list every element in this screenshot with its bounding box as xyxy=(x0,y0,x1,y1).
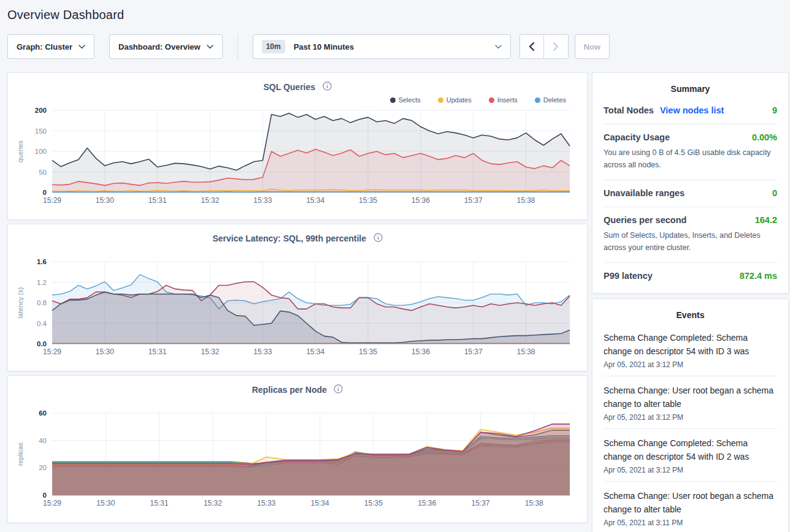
view-nodes-link[interactable]: View nodes list xyxy=(660,105,724,115)
chevron-down-icon xyxy=(495,45,502,49)
legend-item-selects[interactable]: Selects xyxy=(390,96,421,104)
svg-text:15:31: 15:31 xyxy=(148,348,167,356)
svg-text:100: 100 xyxy=(35,148,47,155)
svg-text:15:38: 15:38 xyxy=(525,499,543,507)
svg-text:15:29: 15:29 xyxy=(43,348,61,356)
legend-label: Inserts xyxy=(497,96,518,104)
summary-row: Total NodesView nodes list9 xyxy=(604,97,777,124)
dashboard-dropdown-label: Dashboard: Overview xyxy=(118,42,201,51)
summary-panel: Summary Total NodesView nodes list9Capac… xyxy=(592,72,789,294)
graph-dropdown-label: Graph: Cluster xyxy=(17,42,72,51)
event-text[interactable]: Schema Change: User root began a schema … xyxy=(604,384,777,411)
summary-row-label: Total Nodes xyxy=(604,105,654,115)
page-header: Overview Dashboard xyxy=(0,8,790,22)
event-item: Schema Change: User root began a schema … xyxy=(604,481,777,532)
svg-text:latency (s): latency (s) xyxy=(17,287,24,319)
svg-text:50: 50 xyxy=(39,169,47,176)
event-timestamp: Apr 05, 2021 at 3:12 PM xyxy=(604,360,777,369)
svg-text:0: 0 xyxy=(43,492,47,499)
svg-text:15:38: 15:38 xyxy=(516,348,535,356)
legend-label: Selects xyxy=(399,96,421,104)
dashboard-content: SQL Queries SelectsUpdatesInsertsDeletes… xyxy=(7,72,790,532)
time-range-picker[interactable]: 10m Past 10 Minutes xyxy=(253,34,511,59)
chart-title: Replicas per Node xyxy=(252,385,327,395)
replicas-per-node-panel: Replicas per Node 15:2915:3015:3115:3215… xyxy=(7,375,588,523)
chart-legend xyxy=(13,246,582,257)
legend-label: Deletes xyxy=(543,96,566,104)
svg-text:15:38: 15:38 xyxy=(516,196,535,205)
service-latency-panel: Service Latency: SQL, 99th percentile 15… xyxy=(7,224,588,371)
svg-text:0.8: 0.8 xyxy=(37,299,47,306)
svg-text:15:35: 15:35 xyxy=(359,196,377,205)
info-icon[interactable] xyxy=(334,384,343,393)
chart-title: SQL Queries xyxy=(263,82,315,92)
event-timestamp: Apr 05, 2021 at 3:12 PM xyxy=(604,413,777,422)
svg-text:0: 0 xyxy=(43,189,47,196)
legend-item-deletes[interactable]: Deletes xyxy=(535,96,566,104)
time-prev-button[interactable] xyxy=(520,35,544,58)
svg-text:60: 60 xyxy=(39,409,47,417)
svg-text:15:36: 15:36 xyxy=(412,196,430,205)
svg-text:15:30: 15:30 xyxy=(96,499,115,507)
chart-legend: SelectsUpdatesInsertsDeletes xyxy=(13,94,582,105)
legend-dot xyxy=(438,97,443,103)
svg-text:15:30: 15:30 xyxy=(96,348,114,356)
graph-dropdown[interactable]: Graph: Cluster xyxy=(7,34,94,59)
summary-row-value: 9 xyxy=(772,105,777,115)
svg-text:200: 200 xyxy=(35,107,47,114)
svg-text:15:34: 15:34 xyxy=(306,348,324,356)
events-title: Events xyxy=(604,310,777,320)
sql-queries-chart[interactable]: 15:2915:3015:3115:3215:3315:3415:3515:36… xyxy=(13,105,583,207)
event-text[interactable]: Schema Change Completed: Schema change o… xyxy=(604,331,777,358)
time-next-button[interactable] xyxy=(544,35,568,58)
event-text[interactable]: Schema Change Completed: Schema change o… xyxy=(604,436,777,463)
dashboard-dropdown[interactable]: Dashboard: Overview xyxy=(109,34,223,59)
service-latency-chart[interactable]: 15:2915:3015:3115:3215:3315:3415:3515:36… xyxy=(13,257,583,359)
svg-text:1.6: 1.6 xyxy=(37,258,47,265)
chevron-left-icon xyxy=(529,42,534,51)
legend-dot xyxy=(390,97,396,103)
info-icon[interactable] xyxy=(374,233,383,242)
summary-row-description: You are using 0 B of 4.5 GiB usable disk… xyxy=(604,146,777,171)
legend-item-inserts[interactable]: Inserts xyxy=(489,96,518,104)
event-item: Schema Change Completed: Schema change o… xyxy=(604,324,777,376)
svg-text:0.0: 0.0 xyxy=(37,340,47,348)
charts-column: SQL Queries SelectsUpdatesInsertsDeletes… xyxy=(7,72,588,526)
toolbar-divider xyxy=(237,34,238,59)
time-nav-group xyxy=(520,34,569,59)
svg-text:15:29: 15:29 xyxy=(43,499,61,507)
now-button[interactable]: Now xyxy=(575,34,610,59)
svg-text:15:29: 15:29 xyxy=(43,196,61,205)
legend-label: Updates xyxy=(447,96,472,104)
toolbar: Graph: Cluster Dashboard: Overview 10m P… xyxy=(7,34,783,59)
svg-text:20: 20 xyxy=(39,464,47,471)
svg-text:15:33: 15:33 xyxy=(253,196,272,205)
svg-text:150: 150 xyxy=(35,127,47,135)
svg-text:15:37: 15:37 xyxy=(471,499,489,507)
event-timestamp: Apr 05, 2021 at 3:11 PM xyxy=(604,519,777,527)
svg-text:0.4: 0.4 xyxy=(37,320,47,327)
svg-text:15:37: 15:37 xyxy=(464,348,483,356)
svg-text:15:36: 15:36 xyxy=(418,499,436,507)
svg-text:15:32: 15:32 xyxy=(201,348,219,356)
svg-text:15:35: 15:35 xyxy=(359,348,377,356)
summary-row-value: 0.00% xyxy=(752,132,777,142)
summary-row-description: Sum of Selects, Updates, Inserts, and De… xyxy=(604,229,777,254)
page-title: Overview Dashboard xyxy=(7,8,790,22)
svg-text:40: 40 xyxy=(39,437,47,444)
event-timestamp: Apr 05, 2021 at 3:12 PM xyxy=(604,466,777,474)
svg-text:15:31: 15:31 xyxy=(148,196,167,205)
chevron-down-icon xyxy=(207,45,213,49)
svg-text:15:32: 15:32 xyxy=(201,196,219,205)
summary-row: Queries per second164.2Sum of Selects, U… xyxy=(604,207,777,262)
svg-text:15:37: 15:37 xyxy=(464,196,483,205)
info-icon[interactable] xyxy=(323,82,332,91)
event-text[interactable]: Schema Change: User root began a schema … xyxy=(604,489,777,516)
summary-row-value: 872.4 ms xyxy=(740,271,777,281)
summary-row-value: 164.2 xyxy=(755,215,777,225)
legend-item-updates[interactable]: Updates xyxy=(438,96,472,104)
svg-text:15:30: 15:30 xyxy=(96,196,114,205)
replicas-per-node-chart[interactable]: 15:2915:3015:3115:3215:3315:3415:3515:36… xyxy=(13,408,583,510)
svg-text:15:31: 15:31 xyxy=(150,499,169,507)
summary-row-label: Unavailable ranges xyxy=(604,188,685,198)
